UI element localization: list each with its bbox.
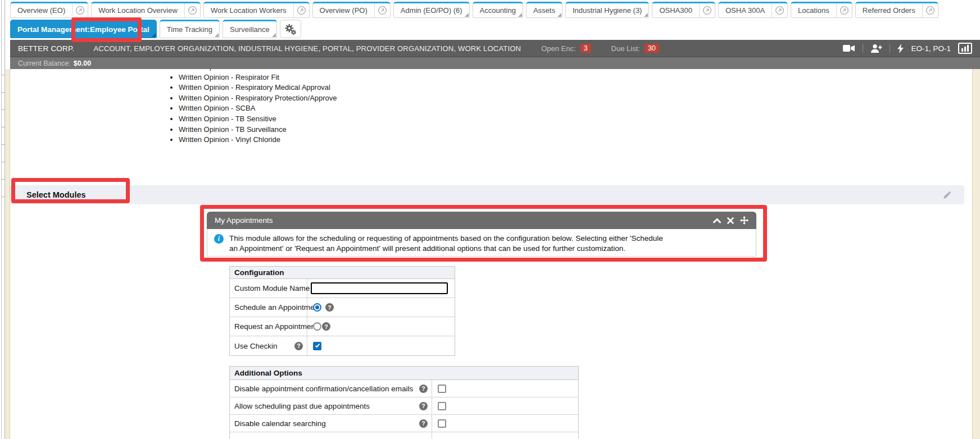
row-label: Disable appointment confirmation/cancell… [234,385,413,393]
due-list-label: Due List: [611,44,640,53]
row-label: Allow scheduling past due appointments [234,402,370,410]
written-opinion-list: Written Opinion - Rabies Vaccination Wri… [179,62,337,145]
open-new-window-icon[interactable] [699,3,715,17]
use-checkin-checkbox[interactable] [313,342,321,350]
tab-referred-orders[interactable]: Referred Orders [855,2,938,18]
open-new-window-icon[interactable] [293,3,309,17]
move-icon[interactable] [740,216,748,225]
disable-confirmation-emails-checkbox[interactable] [438,385,446,393]
tab-locations[interactable]: Locations [791,2,852,18]
tab-assets[interactable]: Assets [526,2,562,18]
help-icon[interactable] [419,385,428,393]
info-icon [214,234,224,244]
collapse-chevron-up-icon[interactable] [713,218,721,223]
tab-portal-management-employee-portal[interactable]: Portal Management:Employee Portal [10,20,157,38]
due-list-badge[interactable]: 30 [645,44,659,53]
open-new-window-icon[interactable] [836,3,852,17]
chart-bar [967,45,969,52]
module-header-my-appointments[interactable]: My Appointments [207,212,756,229]
table-row: Disable appointment confirmation/cancell… [230,380,578,397]
tab-bar-secondary: Portal Management:Employee Portal Time T… [10,20,301,38]
gears-icon [284,24,297,35]
open-new-window-icon[interactable] [184,3,200,17]
configuration-table-title: Configuration [230,267,455,279]
configuration-table: Configuration Custom Module Name Schedul… [229,266,455,356]
add-person-icon[interactable] [870,44,882,53]
table-row: Custom Module Name [230,279,455,298]
divider [890,44,890,53]
list-item: Written Opinion - Respiratory Protection… [179,93,337,104]
table-row: Disable calendar searching [230,415,578,432]
row-label: Use Checkin [234,342,278,350]
table-row: Allow scheduling past due appointments [230,397,578,415]
module-info-panel: This module allows for the scheduling or… [207,229,756,257]
schedule-appointment-radio[interactable] [313,303,321,312]
select-modules-title: Select Modules [26,190,86,199]
list-item: Written Opinion - TB Surveillance [179,125,337,135]
dropdown-corner-icon [644,13,648,17]
dropdown-corner-icon [152,33,156,37]
help-icon[interactable] [419,419,428,428]
disable-calendar-searching-checkbox[interactable] [438,419,446,428]
gutter-tick [2,162,4,162]
help-icon[interactable] [294,342,303,350]
custom-module-name-input[interactable] [311,282,448,294]
tab-surveillance[interactable]: Surveillance [223,20,277,38]
gutter-tick [2,196,4,197]
tab-time-tracking[interactable]: Time Tracking [160,20,220,38]
header-actions: EO-1, PO-1 [843,43,972,54]
balance-value: $0.00 [74,60,91,67]
tab-bar-primary: Overview (EO) Work Location Overview Wor… [10,2,938,18]
dropdown-corner-icon [465,13,469,17]
table-row-partial [230,432,578,439]
list-item: Written Opinion - SCBA [179,103,337,114]
additional-options-table: Additional Options Disable appointment c… [229,366,579,439]
left-panel-edge [5,69,10,439]
check-icon [315,342,319,347]
context-header: BETTER CORP. ACCOUNT, EMPLOYER ORGANIZAT… [10,40,980,57]
allow-past-due-checkbox[interactable] [438,402,446,410]
tab-accounting[interactable]: Accounting [473,2,523,18]
tab-osha300[interactable]: OSHA300 [652,2,715,18]
tab-overview-po[interactable]: Overview (PO) [312,2,391,18]
balance-bar: Current Balance: $0.00 [10,57,980,69]
dropdown-corner-icon [215,33,219,37]
tab-work-location-workers[interactable]: Work Location Workers [203,2,310,18]
table-row: Schedule an Appointment [230,298,455,317]
video-camera-icon[interactable] [843,44,855,52]
module-info-text: This module allows for the scheduling or… [229,234,670,251]
select-modules-header: Select Modules [10,185,964,204]
close-icon[interactable] [727,217,734,224]
tab-osha300a[interactable]: OSHA 300A [718,2,788,18]
gutter-tick [2,127,4,127]
lightning-icon[interactable] [897,44,904,53]
bar-chart-icon[interactable] [958,43,972,54]
list-item: Written Opinion - Vinyl Chloride [179,135,337,145]
list-item: Written Opinion - Respirator Fit [179,72,337,83]
additional-options-title: Additional Options [230,367,578,380]
tab-work-location-overview[interactable]: Work Location Overview [91,2,201,18]
chart-bar [964,47,966,52]
gutter-tick [2,75,4,75]
chart-bar [961,48,963,52]
request-appointment-radio[interactable] [313,322,321,331]
gutter-tick [2,109,4,110]
open-new-window-icon[interactable] [374,3,390,17]
app-window: Overview (EO) Work Location Overview Wor… [0,0,980,439]
edit-pencil-icon[interactable] [942,190,952,200]
open-new-window-icon[interactable] [72,3,88,17]
dropdown-corner-icon [272,33,276,37]
open-new-window-icon[interactable] [772,3,787,17]
help-icon[interactable] [419,402,428,410]
gutter-tick [2,179,4,180]
tab-admin-eo-po[interactable]: Admin (EO/PO) (6) [393,2,470,18]
tab-industrial-hygiene[interactable]: Industrial Hygiene (3) [565,2,650,18]
open-new-window-icon[interactable] [922,3,938,17]
open-enc-badge[interactable]: 3 [580,44,591,53]
left-gutter [1,0,5,439]
tab-overview-eo[interactable]: Overview (EO) [10,2,88,18]
dropdown-corner-icon [518,13,522,17]
dropdown-corner-icon [557,13,561,17]
module-controls [713,216,748,225]
settings-gears-button[interactable] [280,20,301,38]
